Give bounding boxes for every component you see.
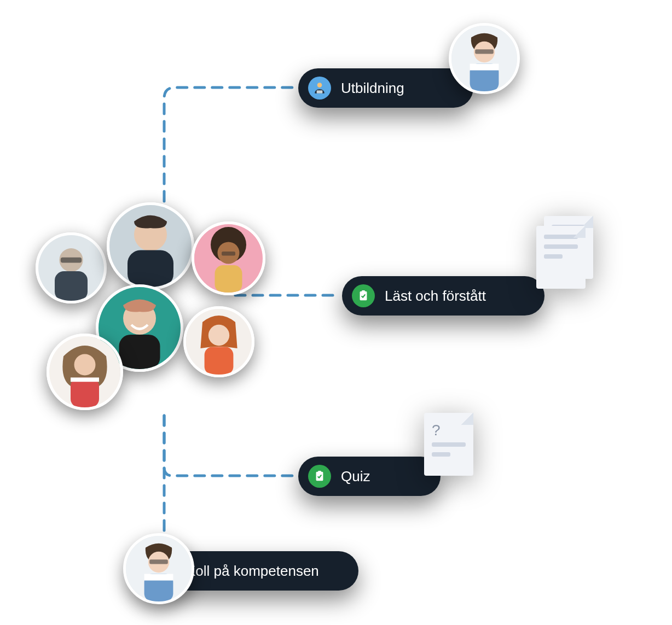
avatar [183, 306, 254, 377]
svg-rect-37 [144, 574, 173, 581]
svg-rect-30 [362, 290, 365, 293]
svg-rect-10 [222, 252, 235, 256]
svg-rect-3 [61, 258, 82, 263]
avatar [192, 221, 265, 295]
pill-label: Quiz [341, 468, 370, 485]
svg-rect-17 [205, 347, 234, 375]
clipboard-check-icon [352, 284, 375, 307]
svg-rect-21 [71, 377, 99, 382]
clipboard-check-icon [308, 465, 331, 488]
avatar-cluster [30, 202, 260, 432]
pill-quiz: Quiz [298, 457, 441, 496]
svg-rect-28 [470, 64, 499, 71]
svg-rect-6 [128, 250, 173, 288]
avatar [107, 202, 194, 290]
avatar-competence [123, 533, 194, 604]
svg-rect-2 [55, 271, 88, 301]
diagram-canvas: Utbildning Läst och förstått Quiz ? [0, 0, 672, 625]
pill-label: Läst och förstått [385, 288, 486, 305]
svg-rect-23 [317, 90, 323, 93]
person-laptop-icon [308, 77, 331, 100]
svg-rect-11 [215, 265, 242, 293]
svg-point-16 [208, 325, 229, 346]
svg-rect-32 [318, 471, 321, 473]
avatar [36, 232, 107, 303]
pill-label: Utbildning [341, 80, 404, 97]
svg-point-22 [317, 83, 322, 87]
pill-training: Utbildning [298, 68, 473, 108]
svg-point-19 [74, 354, 96, 376]
question-mark: ? [432, 422, 466, 439]
avatar [47, 334, 123, 410]
pill-label: Koll på kompetensen [186, 563, 319, 580]
svg-rect-14 [119, 335, 160, 369]
svg-rect-35 [149, 559, 168, 564]
avatar-training [449, 23, 520, 94]
svg-rect-26 [475, 49, 494, 54]
pill-read-understood: Läst och förstått [342, 276, 544, 316]
svg-rect-20 [71, 377, 99, 407]
